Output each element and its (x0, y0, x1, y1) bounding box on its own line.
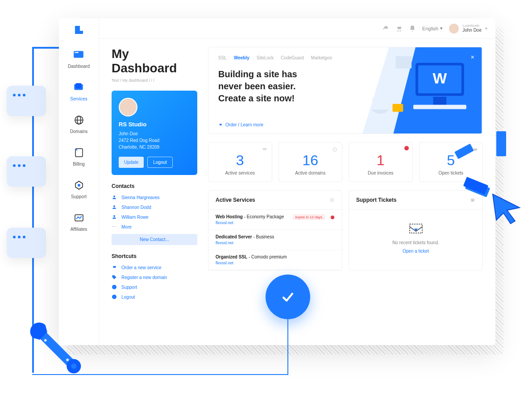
profile-card: RS Studio John Doe 2472 Red Dog Road Cha… (112, 91, 197, 175)
service-domain: flexssl.net (216, 221, 335, 225)
stat-open-tickets[interactable]: 5 Open tickets (419, 142, 483, 182)
tab-marketgoo[interactable]: Marketgoo (311, 55, 332, 60)
svg-rect-1 (75, 52, 79, 53)
language-selector[interactable]: English ▾ (422, 25, 443, 31)
svg-rect-21 (413, 105, 466, 109)
nav-label: Support (71, 194, 87, 199)
stat-value: 1 (355, 152, 406, 169)
update-button[interactable]: Update (119, 157, 144, 168)
svg-rect-30 (474, 149, 477, 151)
more-label: More (121, 225, 132, 229)
sidebar: Dashboard Services Domains Billing Suppo… (59, 18, 99, 345)
service-row[interactable]: Dedicated Server - Business flexssl.net (208, 230, 342, 250)
svg-point-12 (113, 215, 115, 217)
shortcuts-heading: Shortcuts (112, 253, 197, 259)
service-row[interactable]: Web Hosting - Economy Package flexssl.ne… (208, 210, 342, 230)
tab-ssl[interactable]: SSL (218, 55, 227, 60)
nav-label: Domains (70, 129, 87, 134)
svg-point-10 (113, 196, 115, 197)
nav-dashboard[interactable]: Dashboard (68, 46, 90, 71)
page-title: My Dashboard (112, 47, 197, 75)
contact-item[interactable]: William Rowe (112, 214, 197, 220)
shortcut-item[interactable]: Register a new domain (112, 275, 197, 280)
stat-value: 16 (285, 152, 336, 169)
stack-icon (262, 147, 267, 152)
svg-rect-26 (387, 69, 403, 81)
shortcut-item[interactable]: Order a new service (112, 265, 197, 270)
deco-card (7, 156, 46, 187)
breadcrumb-item[interactable]: My dashboard (122, 78, 148, 83)
share-icon[interactable] (382, 25, 389, 32)
avatar (119, 98, 137, 117)
stat-active-domains[interactable]: 16 Active domains (278, 142, 343, 182)
stat-label: Active services (215, 171, 266, 175)
tab-sitelock[interactable]: SiteLock (257, 55, 274, 60)
svg-rect-36 (471, 200, 474, 202)
user-menu[interactable]: LockWorth John Doe ▾ (449, 24, 487, 33)
dashboard-icon (72, 49, 85, 61)
svg-point-14 (112, 295, 116, 299)
svg-text:W: W (433, 70, 447, 87)
svg-rect-23 (372, 98, 388, 110)
settings-icon[interactable] (329, 197, 335, 203)
logout-icon (112, 294, 117, 300)
chevron-down-icon: ▾ (485, 26, 487, 31)
person-icon (112, 204, 117, 210)
breadcrumb-item[interactable]: Text (112, 78, 119, 83)
profile-address: Charlotte, NC 28209 (119, 144, 190, 150)
tab-weebly[interactable]: Weebly (234, 55, 249, 60)
shortcut-item[interactable]: Logout (112, 294, 197, 300)
alert-badge (404, 146, 409, 150)
nav-affiliates[interactable]: Affiliates (71, 209, 87, 234)
deco-card (7, 86, 46, 116)
svg-point-29 (333, 148, 337, 151)
svg-rect-31 (330, 199, 334, 199)
nav-support[interactable]: Support (71, 176, 87, 202)
promo-banner: SSL Weebly SiteLock CodeGuard Marketgoo … (208, 47, 483, 134)
service-name: Dedicated Server (216, 234, 252, 239)
deco-card (7, 228, 46, 258)
svg-rect-20 (433, 97, 447, 105)
globe-icon (332, 147, 337, 152)
logout-button[interactable]: Logout (147, 157, 173, 168)
language-label: English (422, 26, 438, 31)
svg-point-8 (78, 184, 80, 187)
banner-order-link[interactable]: Order / Learn more (218, 122, 263, 127)
nav-domains[interactable]: Domains (70, 111, 87, 137)
close-icon[interactable]: × (471, 54, 474, 61)
archive-icon[interactable] (470, 197, 475, 203)
banner-headline: Building a site has never been easier. C… (218, 68, 312, 104)
bell-icon[interactable] (409, 25, 416, 32)
svg-rect-3 (76, 83, 82, 88)
stat-due-invoices[interactable]: 1 Due invoices (349, 142, 413, 182)
contact-name: William Rowe (121, 215, 149, 220)
shortcut-item[interactable]: Support (112, 284, 197, 290)
nav-services[interactable]: Services (70, 79, 87, 104)
tab-codeguard[interactable]: CodeGuard (281, 55, 304, 60)
cart-icon (218, 123, 223, 127)
contact-item[interactable]: Sienna Hargreaves (112, 195, 197, 200)
user-company: LockWorth (462, 24, 482, 28)
stat-value: 3 (215, 152, 266, 169)
contact-item[interactable]: Shannon Dodd (112, 204, 197, 210)
service-row[interactable]: Organized SSL - Comodo premium flexssl.n… (208, 250, 342, 270)
stat-active-services[interactable]: 3 Active services (208, 142, 272, 182)
shortcut-label: Support (121, 285, 137, 290)
person-icon (112, 214, 117, 220)
info-icon (112, 284, 117, 290)
new-contact-button[interactable]: New Contact... (112, 234, 197, 245)
deco-shape (496, 131, 506, 156)
svg-rect-33 (330, 201, 334, 201)
wrench-icon (22, 315, 94, 386)
nav-billing[interactable]: Billing (73, 144, 85, 169)
tag-icon (112, 275, 117, 280)
chevron-down-icon: ▾ (440, 25, 443, 31)
stat-label: Active domains (285, 171, 336, 175)
cart-icon[interactable] (395, 25, 403, 32)
billing-icon (73, 146, 85, 159)
profile-user: John Doe (119, 130, 190, 137)
contact-more[interactable]: ⋯More (112, 224, 197, 229)
contact-name: Sienna Hargreaves (121, 195, 160, 200)
support-icon (73, 179, 85, 192)
open-ticket-link[interactable]: Open a ticket (403, 249, 429, 254)
